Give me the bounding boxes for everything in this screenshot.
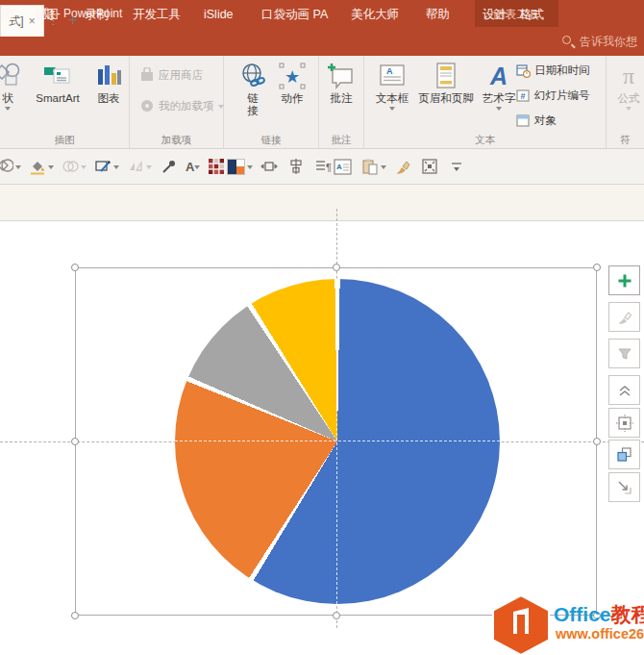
document-tab-strip xyxy=(0,185,644,221)
paragraph-settings-icon[interactable]: ¶ xyxy=(313,157,332,176)
dropdown-arrow[interactable] xyxy=(113,165,119,169)
align-objects-icon[interactable] xyxy=(286,157,305,176)
brush-icon xyxy=(617,310,632,325)
tab-view[interactable]: 视图 xyxy=(35,0,59,29)
dropdown-arrow[interactable] xyxy=(194,165,200,169)
font-color-icon[interactable]: A xyxy=(186,160,194,174)
wordart-button[interactable]: A 艺术字 xyxy=(478,60,520,111)
resize-handle-bottom-left[interactable] xyxy=(71,612,79,619)
more-commands-icon[interactable] xyxy=(447,157,465,176)
svg-text:A: A xyxy=(336,163,342,171)
eyedropper-icon[interactable] xyxy=(159,157,177,176)
diagonal-arrow-icon xyxy=(616,479,632,495)
app-store-button[interactable]: 应用商店 xyxy=(139,67,203,83)
group-comments: 批注 批注 xyxy=(319,56,364,148)
object-button[interactable]: 对象 xyxy=(516,113,557,128)
dropdown-arrow[interactable] xyxy=(81,165,87,169)
plus-icon xyxy=(617,273,632,289)
tab-beautify[interactable]: 美化大师 xyxy=(351,0,399,29)
tab-format[interactable]: 格式 xyxy=(520,0,544,29)
new-tab-button[interactable]: + xyxy=(60,5,87,37)
resize-handle-bottom-center[interactable] xyxy=(333,612,340,619)
merge-shapes-icon[interactable] xyxy=(0,157,13,176)
dropdown-arrow[interactable] xyxy=(247,165,253,169)
comment-icon xyxy=(327,60,356,92)
group-links: 链接 ★ 动作 链接 xyxy=(224,56,319,148)
textbox-button[interactable]: A 文本框 xyxy=(370,60,414,111)
paste-icon[interactable] xyxy=(360,157,379,176)
chart-filters-button[interactable] xyxy=(608,339,640,368)
shape-fill-icon[interactable] xyxy=(28,157,46,176)
shape-outline-icon[interactable] xyxy=(93,157,111,176)
store-icon xyxy=(139,67,155,83)
group-label-comments: 批注 xyxy=(319,134,363,147)
resize-shape-icon[interactable] xyxy=(260,157,278,176)
wordart-icon: A xyxy=(490,63,508,89)
center-on-slide-button[interactable] xyxy=(608,408,640,438)
equation-icon: π xyxy=(623,63,634,88)
addins-icon xyxy=(139,98,155,113)
my-addins-button[interactable]: 我的加载项 xyxy=(139,98,224,113)
ribbon: 状 SmartArt 图表 插图 应用商店 我的加载项 加载项 xyxy=(0,56,644,149)
dropdown-arrow[interactable] xyxy=(381,165,386,169)
resize-handle-middle-right[interactable] xyxy=(593,438,601,445)
shape-effects-icon[interactable] xyxy=(126,157,144,176)
hyperlink-button[interactable]: 链接 xyxy=(235,60,270,117)
tab-design[interactable]: 设计 xyxy=(483,0,507,29)
chart-selection-border[interactable] xyxy=(75,267,597,616)
svg-text:¶: ¶ xyxy=(326,162,332,173)
tab-record[interactable]: 录制 xyxy=(85,0,109,29)
dropdown-arrow xyxy=(496,107,502,111)
resize-handle-top-center[interactable] xyxy=(333,264,340,271)
new-comment-button[interactable]: 批注 xyxy=(322,60,360,105)
date-time-button[interactable]: 日期和时间 xyxy=(516,63,590,78)
watermark-brand-red: 教程网 xyxy=(611,603,644,625)
dropdown-arrow[interactable] xyxy=(146,165,152,169)
smartart-button[interactable]: SmartArt xyxy=(27,60,88,105)
bring-forward-button[interactable] xyxy=(608,440,640,469)
tab-islide[interactable]: iSlide xyxy=(204,0,234,29)
resize-handle-top-left[interactable] xyxy=(71,264,79,271)
fit-to-window-icon[interactable] xyxy=(420,157,438,176)
shape-combine-icon[interactable] xyxy=(61,157,79,176)
group-illustrations: 状 SmartArt 图表 插图 xyxy=(0,56,130,148)
pattern-grid-icon[interactable] xyxy=(207,157,225,176)
resize-handle-middle-left[interactable] xyxy=(71,438,79,445)
insert-chart-button[interactable]: 图表 xyxy=(90,60,127,105)
tab-pocket-animation[interactable]: 口袋动画 PA xyxy=(261,0,328,29)
header-footer-icon xyxy=(434,60,458,92)
resize-handle-top-right[interactable] xyxy=(593,264,601,271)
theme-colors-icon[interactable] xyxy=(227,157,245,176)
tab-review[interactable]: 阅 xyxy=(2,0,14,29)
tell-me-search[interactable]: 告诉我你想 xyxy=(580,27,644,56)
watermark-title: Office教程网 xyxy=(554,601,644,628)
hyperlink-icon xyxy=(238,60,267,92)
header-footer-button[interactable]: 页眉和页脚 xyxy=(414,60,478,105)
search-icon[interactable] xyxy=(562,36,571,44)
group-label-text: 文本 xyxy=(364,134,606,147)
dropdown-arrow[interactable] xyxy=(48,165,54,169)
equation-button[interactable]: π 公式 xyxy=(612,60,644,111)
smartart-icon xyxy=(42,60,73,92)
watermark-brand-blue: Office xyxy=(554,603,611,625)
overlap-squares-icon xyxy=(616,446,632,463)
text-style-box-icon[interactable]: A xyxy=(334,157,352,176)
tab-developer[interactable]: 开发工具 xyxy=(133,0,181,29)
collapse-toolbar-button[interactable] xyxy=(608,375,640,405)
dropdown-arrow[interactable] xyxy=(15,165,21,169)
date-time-icon xyxy=(516,63,531,78)
chart-elements-button[interactable] xyxy=(608,265,640,295)
chart-styles-button[interactable] xyxy=(608,302,640,332)
chevron-up-double-icon xyxy=(617,384,632,397)
resize-object-button[interactable] xyxy=(608,472,640,502)
funnel-icon xyxy=(617,346,632,362)
dropdown-arrow xyxy=(389,107,395,111)
shapes-button[interactable]: 状 xyxy=(0,60,27,111)
svg-text:A: A xyxy=(386,66,393,76)
format-painter-icon[interactable] xyxy=(393,157,411,176)
office-hexagon-icon xyxy=(489,595,553,655)
center-position-icon xyxy=(616,415,633,432)
action-button[interactable]: ★ 动作 xyxy=(274,60,310,105)
slide-number-button[interactable]: # 幻灯片编号 xyxy=(516,88,590,103)
tab-help[interactable]: 帮助 xyxy=(426,0,450,29)
